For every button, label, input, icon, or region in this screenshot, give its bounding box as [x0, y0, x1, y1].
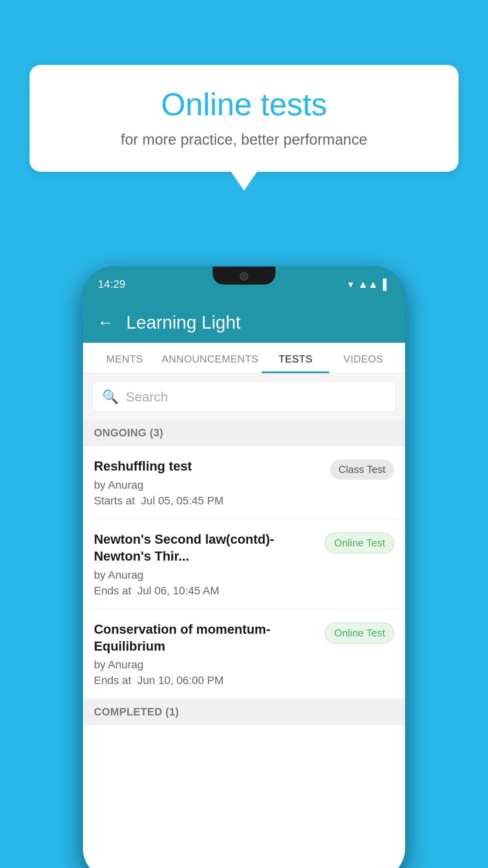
test-list: Reshuffling test by Anurag Starts at Jul…: [83, 446, 405, 868]
test-info-1: Reshuffling test by Anurag Starts at Jul…: [94, 458, 330, 507]
app-header: ← Learning Light: [83, 302, 405, 343]
search-box[interactable]: 🔍 Search: [92, 381, 396, 412]
test-badge-2: Online Test: [325, 533, 394, 554]
tab-announcements[interactable]: ANNOUNCEMENTS: [159, 343, 262, 373]
test-by-3: by Anurag: [94, 658, 317, 671]
battery-icon: ▌: [383, 278, 390, 291]
test-by-2: by Anurag: [94, 569, 317, 581]
status-icons: ▾ ▲▲ ▌: [348, 278, 390, 291]
search-container: 🔍 Search: [83, 373, 405, 420]
test-name-1: Reshuffling test: [94, 458, 322, 475]
test-by-1: by Anurag: [94, 479, 322, 491]
test-info-3: Conservation of momentum-Equilibrium by …: [94, 621, 325, 687]
test-name-2: Newton's Second law(contd)-Newton's Thir…: [94, 531, 317, 565]
test-time-3: Ends at Jun 10, 06:00 PM: [94, 674, 317, 687]
tab-ments[interactable]: MENTS: [91, 343, 159, 373]
test-time-2: Ends at Jul 06, 10:45 AM: [94, 585, 317, 597]
tabs-bar: MENTS ANNOUNCEMENTS TESTS VIDEOS: [83, 343, 405, 373]
phone-frame: 14:29 ▾ ▲▲ ▌ ← Learning Light MENTS ANNO…: [83, 267, 405, 868]
test-badge-3: Online Test: [325, 623, 394, 644]
promo-subtitle: for more practice, better performance: [53, 131, 435, 148]
completed-section-header: COMPLETED (1): [83, 699, 405, 725]
test-item-2[interactable]: Newton's Second law(contd)-Newton's Thir…: [83, 519, 405, 609]
phone-notch: [213, 267, 275, 285]
status-bar: 14:29 ▾ ▲▲ ▌: [83, 267, 405, 302]
promo-title: Online tests: [53, 86, 435, 123]
status-time: 14:29: [98, 278, 125, 291]
ongoing-section-header: ONGOING (3): [83, 420, 405, 446]
search-input[interactable]: Search: [126, 389, 168, 405]
test-info-2: Newton's Second law(contd)-Newton's Thir…: [94, 531, 325, 597]
test-item-3[interactable]: Conservation of momentum-Equilibrium by …: [83, 609, 405, 699]
tab-videos[interactable]: VIDEOS: [329, 343, 397, 373]
wifi-icon: ▾: [348, 278, 353, 291]
front-camera: [240, 272, 248, 281]
test-time-1: Starts at Jul 05, 05:45 PM: [94, 495, 322, 507]
signal-icon: ▲▲: [358, 278, 378, 291]
test-item-1[interactable]: Reshuffling test by Anurag Starts at Jul…: [83, 446, 405, 519]
search-icon: 🔍: [102, 389, 119, 405]
promo-card: Online tests for more practice, better p…: [29, 65, 459, 172]
phone-screen: ← Learning Light MENTS ANNOUNCEMENTS TES…: [83, 302, 405, 868]
app-title: Learning Light: [126, 312, 241, 333]
back-button[interactable]: ←: [97, 313, 114, 332]
test-badge-1: Class Test: [330, 460, 394, 480]
test-name-3: Conservation of momentum-Equilibrium: [94, 621, 317, 655]
tab-tests[interactable]: TESTS: [262, 343, 330, 373]
